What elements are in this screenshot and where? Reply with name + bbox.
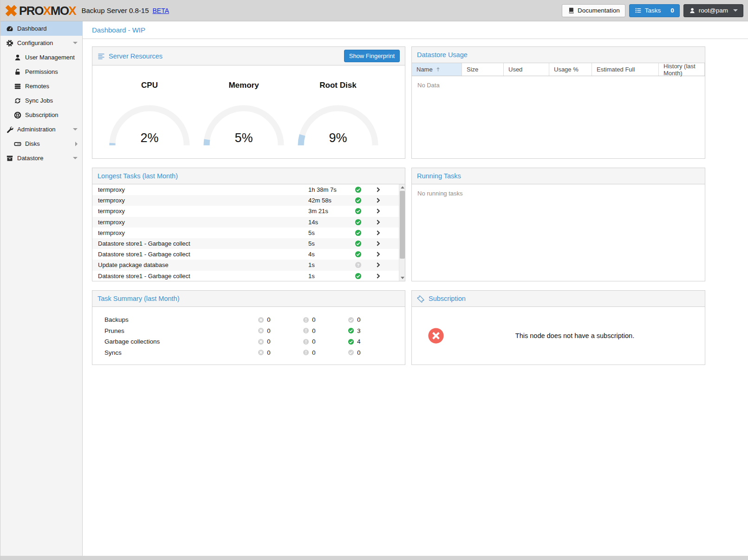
task-row[interactable]: termproxy 3m 21s [92,206,405,216]
sidebar-item-user-management[interactable]: User Management [0,50,82,65]
column-header-history[interactable]: History (last Month) [659,63,705,76]
subscription-message: This node does not have a subscription. [445,332,705,339]
open-task-button[interactable] [369,219,387,225]
warning-count: 0 [312,327,316,334]
column-header-name[interactable]: Name [412,63,462,76]
chevron-right-icon [375,208,381,214]
panel-title: Task Summary (last Month) [98,295,179,302]
column-header-estimated-full[interactable]: Estimated Full [592,63,659,76]
sort-ascending-icon [435,66,441,72]
open-task-button[interactable] [369,230,387,236]
panel-title: Running Tasks [417,172,461,180]
resource-gauges: CPU 2% Memory [92,65,405,145]
summary-row-prunes[interactable]: Prunes 0 0 3 [104,326,405,337]
chevron-down-icon[interactable] [73,157,78,159]
open-task-button[interactable] [369,262,387,268]
task-row[interactable]: Datastore store1 - Garbage collect 5s [92,238,405,249]
task-row[interactable]: Datastore store1 - Garbage collect 1s [92,271,405,281]
ok-circle-icon [348,349,354,356]
sidebar-item-label: Administration [17,126,55,133]
sidebar-item-label: User Management [25,54,75,61]
chevron-right-icon[interactable] [75,142,78,146]
beta-link[interactable]: BETA [153,7,169,14]
gauge-value: 2% [106,131,193,145]
task-row[interactable]: termproxy 42m 58s [92,195,405,206]
sidebar-item-subscription[interactable]: Subscription [0,108,82,122]
task-list-icon [635,7,642,14]
summary-row-backups[interactable]: Backups 0 0 0 [104,314,405,326]
panel-subscription: Subscription This node does not have a s… [411,290,705,365]
no-subscription-icon [427,327,445,345]
sidebar-item-administration[interactable]: Administration [0,122,82,137]
task-row[interactable]: termproxy 1h 38m 7s [92,184,405,195]
error-circle-icon [258,349,264,356]
open-task-button[interactable] [369,251,387,257]
check-circle-icon [355,273,362,280]
task-row[interactable]: Datastore store1 - Garbage collect 4s [92,249,405,260]
panel-longest-tasks: Longest Tasks (last Month) termproxy 1h … [92,168,405,281]
chevron-right-icon [375,241,381,247]
sidebar-item-label: Remotes [25,83,49,90]
column-header-usage[interactable]: Usage % [549,63,592,76]
task-row[interactable]: Update package database 1s [92,260,405,270]
no-data-label: No Data [412,76,705,94]
open-task-button[interactable] [369,197,387,203]
user-icon [14,54,21,61]
panel-title: Server Resources [109,52,163,60]
scroll-up-button[interactable] [399,184,405,190]
user-icon [689,7,696,14]
open-task-button[interactable] [369,241,387,247]
error-count: 0 [267,316,271,323]
scrollbar-thumb[interactable] [400,191,405,259]
sidebar-item-label: Configuration [17,39,53,46]
chevron-down-icon[interactable] [73,42,78,44]
check-circle-icon [355,240,362,247]
open-task-button[interactable] [369,187,387,193]
warning-count: 0 [312,338,316,345]
error-circle-icon [258,339,264,345]
gauge-label: CPU [106,81,193,90]
sidebar-item-disks[interactable]: Disks [0,137,82,151]
header-actions: Documentation Tasks 0 root@pam [562,4,743,17]
chevron-down-icon[interactable] [73,128,78,130]
column-header-used[interactable]: Used [504,63,549,76]
gauge-value: 5% [201,131,287,145]
open-task-button[interactable] [369,273,387,279]
sidebar-item-configuration[interactable]: Configuration [0,36,82,50]
sync-icon [14,97,21,104]
panel-running-tasks: Running Tasks No running tasks [411,168,705,281]
task-row[interactable]: termproxy 5s [92,228,405,238]
ticket-icon [417,295,425,303]
scroll-down-button[interactable] [399,275,405,281]
top-header: PROXMOX Backup Server 0.8-15 BETA Docume… [0,0,748,21]
ok-circle-icon [348,317,354,323]
user-menu-button[interactable]: root@pam [683,4,743,17]
sidebar-item-sync-jobs[interactable]: Sync Jobs [0,93,82,108]
check-circle-icon [355,219,362,226]
sidebar-item-label: Subscription [25,111,59,118]
vertical-scrollbar[interactable] [399,184,405,281]
show-fingerprint-button[interactable]: Show Fingerprint [344,50,400,62]
ok-count: 0 [357,316,361,323]
gears-icon [6,39,13,47]
summary-row-garbage-collections[interactable]: Garbage collections 0 0 4 [104,336,405,347]
app-window: PROXMOX Backup Server 0.8-15 BETA Docume… [0,0,748,560]
tachometer-icon [6,25,13,33]
sidebar-item-dashboard[interactable]: Dashboard [0,21,82,36]
check-circle-icon [355,186,362,193]
sidebar-item-label: Sync Jobs [25,97,53,104]
chevron-right-icon [375,251,381,257]
sidebar-item-label: Datastore [17,155,43,162]
sidebar-item-remotes[interactable]: Remotes [0,79,82,93]
documentation-label: Documentation [578,7,620,14]
task-row[interactable]: termproxy 14s [92,217,405,228]
ok-circle-icon [348,327,354,334]
open-task-button[interactable] [369,208,387,214]
documentation-button[interactable]: Documentation [562,4,625,17]
summary-row-syncs[interactable]: Syncs 0 0 0 [104,347,405,358]
column-header-size[interactable]: Size [462,63,504,76]
tasks-button[interactable]: Tasks 0 [629,4,680,17]
sidebar-item-permissions[interactable]: Permissions [0,65,82,79]
chevron-right-icon [375,230,381,236]
sidebar-item-datastore[interactable]: Datastore [0,151,82,165]
